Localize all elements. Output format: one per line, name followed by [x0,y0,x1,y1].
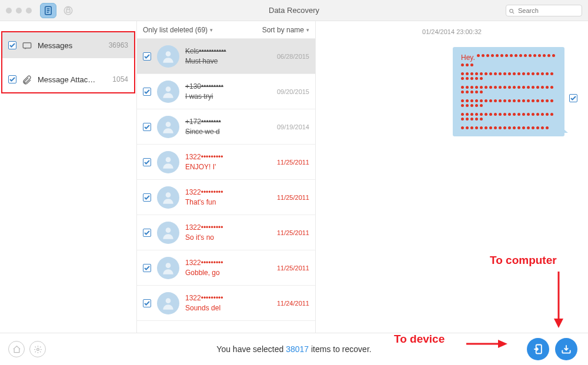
bubble-checkbox[interactable] [569,94,577,102]
search-icon [509,6,515,17]
conversation-date: 11/25/2011 [277,194,309,201]
conversation-row[interactable]: +130•••••••••I was tryi09/20/2015 [137,74,315,109]
message-detail-pane: 01/24/2014 23:00:32 Hey. [316,21,588,333]
conversation-name: 1322••••••••• [185,293,271,303]
mode-content-button[interactable] [40,3,56,18]
conversation-preview: ENJOY! I' [185,162,271,172]
checkbox[interactable] [143,52,151,61]
sidebar-item-label: Messages [38,41,103,50]
svg-point-12 [36,348,39,350]
conversation-text: 1322•••••••••So it's no [185,223,271,242]
checkbox[interactable] [143,158,151,166]
conversation-preview: That's fun [185,197,271,207]
avatar [157,257,179,279]
attachment-icon [22,75,32,84]
sidebar-item-attachments[interactable]: Message Attac… 1054 [2,66,134,92]
conversation-column: Only list deleted (69)▾ Sort by name▾ Ke… [137,21,316,333]
conversation-name: 1322••••••••• [185,258,271,267]
checkbox[interactable] [143,88,151,96]
conversation-text: 1322•••••••••That's fun [185,187,271,206]
avatar [157,116,179,138]
recover-to-computer-button[interactable] [555,338,577,360]
conversation-text: 1322•••••••••ENJOY! I' [185,152,271,171]
conversation-row[interactable]: 1322•••••••••Sounds del11/24/2011 [137,286,315,321]
message-bubble: Hey. [453,47,564,136]
conversation-text: Kels•••••••••••Must have [185,46,271,65]
window-title: Data Recovery [0,6,588,15]
conversation-date: 09/19/2014 [277,123,309,130]
conversation-row[interactable]: +172••••••••Since we d09/19/2014 [137,109,315,145]
sidebar-item-label: Message Attac… [38,75,107,84]
sidebar-item-messages[interactable]: Messages 36963 [2,32,134,58]
conversation-date: 11/25/2011 [277,229,309,236]
conversation-row[interactable]: 1322•••••••••ENJOY! I'11/25/2011 [137,145,315,180]
conversation-name: 1322••••••••• [185,152,271,162]
conversation-text: 1322•••••••••Gobble, go [185,258,271,277]
svg-point-7 [166,157,171,162]
conversation-row[interactable]: 1322•••••••••That's fun11/25/2011 [137,180,315,215]
svg-point-8 [166,192,171,197]
conversation-date: 09/20/2015 [277,88,309,95]
checkbox[interactable] [143,123,151,131]
messages-icon [22,41,32,50]
conversation-date: 06/28/2015 [277,53,309,60]
conversation-preview: I was tryi [185,92,271,101]
recover-to-device-button[interactable] [527,338,549,360]
conversation-text: +130•••••••••I was tryi [185,82,271,101]
conversation-preview: Gobble, go [185,268,271,277]
checkbox[interactable] [8,41,16,49]
filter-dropdown[interactable]: Only list deleted (69)▾ [143,26,213,34]
avatar [157,292,179,314]
selection-status: You have selected 38017 items to recover… [0,344,588,354]
checkbox[interactable] [8,75,16,83]
svg-point-11 [166,298,171,303]
bottom-bar: You have selected 38017 items to recover… [0,333,588,365]
svg-point-2 [510,9,513,12]
conversation-row[interactable]: Kels•••••••••••Must have06/28/2015 [137,39,315,74]
home-button[interactable] [8,341,25,357]
conversation-preview: So it's no [185,233,271,242]
conversation-row[interactable]: 1322•••••••••So it's no11/25/2011 [137,215,315,250]
conversation-preview: Since we d [185,127,271,136]
conversation-date: 11/24/2011 [277,300,309,307]
svg-point-5 [166,86,171,92]
sidebar-item-count: 1054 [112,75,128,83]
avatar [157,186,179,209]
svg-point-9 [166,227,171,233]
mode-secure-button[interactable] [60,3,76,18]
conversation-name: +130••••••••• [185,82,271,91]
conversation-name: Kels••••••••••• [185,46,271,56]
avatar [157,222,179,244]
checkbox[interactable] [143,264,151,272]
category-sidebar: Messages 36963 Message Attac… 1054 [0,21,137,333]
detail-timestamp: 01/24/2014 23:00:32 [326,28,577,35]
avatar [157,151,179,173]
avatar [157,81,179,103]
sort-dropdown[interactable]: Sort by name▾ [262,26,309,34]
checkbox[interactable] [143,229,151,237]
window-controls[interactable] [6,8,32,14]
conversation-text: +172••••••••Since we d [185,117,271,136]
settings-button[interactable] [29,341,46,357]
top-toolbar: Data Recovery [0,0,588,21]
conversation-row[interactable]: 1322•••••••••Gobble, go11/25/2011 [137,250,315,286]
conversation-preview: Sounds del [185,303,271,313]
conversation-date: 11/25/2011 [277,159,309,166]
svg-point-10 [166,263,171,268]
svg-rect-3 [23,43,31,48]
checkbox[interactable] [143,299,151,307]
svg-point-4 [166,51,171,56]
avatar [157,45,179,68]
conversation-list[interactable]: Kels•••••••••••Must have06/28/2015+130••… [137,39,315,333]
checkbox[interactable] [143,193,151,202]
chevron-down-icon: ▾ [306,27,309,33]
conversation-name: 1322••••••••• [185,223,271,232]
conversation-name: 1322••••••••• [185,187,271,197]
search-input[interactable] [506,5,582,16]
svg-point-6 [166,122,171,127]
category-highlight-box: Messages 36963 Message Attac… 1054 [1,31,135,93]
conversation-preview: Must have [185,56,271,66]
conversation-date: 11/25/2011 [277,264,309,272]
sidebar-item-count: 36963 [109,41,128,49]
chevron-down-icon: ▾ [210,27,213,33]
